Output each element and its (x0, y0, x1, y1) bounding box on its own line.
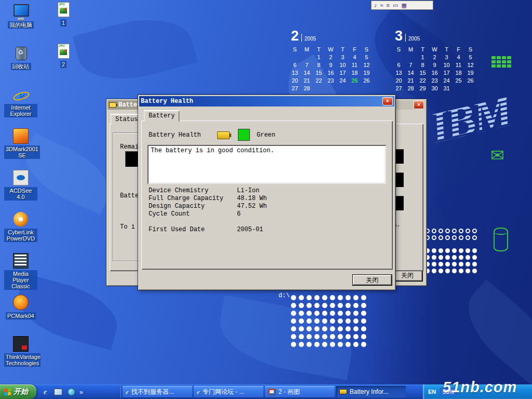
wallpaper-dot (445, 248, 450, 253)
wallpaper-dot (314, 295, 320, 300)
desktop-icon-thinkvantage[interactable]: ThinkVantage Technologies (4, 336, 37, 367)
jpg-file-icon[interactable]: 2 (51, 44, 76, 69)
calendar-day: 4 (453, 54, 464, 60)
calendar-day: 19 (361, 70, 373, 76)
calendar-day: 15 (313, 70, 325, 76)
wallpaper-dot (445, 229, 450, 233)
battery-specs: Device Chemistry Li-IonFull Charge Capac… (149, 187, 382, 234)
wallpaper-dot (330, 326, 335, 331)
dialog-title: Battery Health (141, 98, 193, 104)
wallpaper-dot (338, 318, 343, 324)
calendar-day-header: F (453, 46, 464, 52)
pcmark-icon (12, 294, 30, 311)
start-button[interactable]: 开始 (0, 384, 36, 399)
wallpaper-dot (322, 342, 327, 347)
task-label: Battery Infor... (350, 388, 389, 395)
calendar-day: 26 (361, 77, 373, 84)
show-desktop-icon[interactable] (54, 388, 63, 397)
desktop-icon-mpc[interactable]: Media Player Classic (4, 252, 37, 290)
field-row: First Used Date 2005-01 (149, 226, 382, 234)
wallpaper-dot (291, 342, 296, 347)
wallpaper-dot (299, 334, 304, 339)
calendar-day: 12 (464, 62, 476, 68)
calendar-day-header: M (405, 46, 417, 52)
desktop-icon-powerdvd[interactable]: CyberLink PowerDVD (4, 211, 37, 243)
calendar-day: 20 (289, 77, 301, 84)
taskbar: 开始 » 找不到服务器... 专门网论坛 - ... 2 - 画图 Batter… (0, 384, 532, 399)
field-row: Full Charge Capacity 48.18 Wh (149, 195, 382, 203)
desktop-icon-recycle[interactable]: 回收站 (4, 45, 37, 71)
keypad-cell (497, 64, 501, 68)
wallpaper-dot (338, 311, 343, 316)
wallpaper-dot (345, 326, 351, 331)
desktop-icon-label: 我的电脑 (8, 21, 34, 29)
calendar-day: 3 (337, 54, 349, 60)
calendar-day: 8 (313, 62, 325, 68)
file-label: 1 (60, 19, 66, 26)
wallpaper-dot (307, 303, 312, 308)
media-player-icon[interactable] (66, 388, 76, 397)
calendar-day: 1 (313, 54, 325, 60)
field-value: Li-Ion (237, 187, 259, 195)
wallpaper-dot (361, 295, 366, 300)
wallpaper-dot (345, 295, 351, 300)
taskbar-task-paint[interactable]: 2 - 画图 (265, 386, 335, 397)
titlebar[interactable]: Battery Health × (139, 96, 394, 107)
field-row: Device Chemistry Li-Ion (149, 187, 382, 195)
desktop-icon-mark3d[interactable]: 3DMark2001 SE (4, 128, 37, 159)
taskbar-task-ie[interactable]: 找不到服务器... (123, 386, 192, 397)
calendar-day-header: T (337, 46, 349, 52)
wallpaper-dot (353, 303, 358, 308)
wallpaper-dot (345, 342, 351, 347)
condition-textbox[interactable]: The battery is in good condition. (148, 145, 386, 184)
close-icon[interactable]: × (382, 97, 393, 105)
jpg-file-icon[interactable]: 1 (51, 2, 76, 27)
wallpaper-dot (353, 295, 358, 300)
desktop-icon-ie[interactable]: Internet Explorer (4, 86, 37, 118)
calendar-day: 8 (417, 62, 429, 68)
keyboard-icon[interactable]: ▦ (401, 2, 406, 9)
desktop-icon-pcmark[interactable]: PCMark04 (4, 294, 37, 320)
ie-quicklaunch-icon[interactable] (41, 388, 50, 397)
wallpaper-dot (361, 334, 366, 339)
calendar-day: 9 (325, 62, 337, 68)
wave-icon[interactable]: ≈ (380, 2, 383, 8)
calendar-day (301, 54, 313, 60)
wallpaper-dot (459, 229, 463, 233)
desktop-icon-computer[interactable]: 我的电脑 (4, 3, 37, 29)
desktop: IBM ✉ d:\ 2 2005 SMTWTFS1234567891011121… (0, 0, 532, 399)
display-icon[interactable]: ▭ (393, 2, 398, 9)
slider-icon[interactable]: ≡ (387, 2, 390, 8)
close-window-button[interactable]: 关闭 (392, 270, 423, 282)
volume-icon[interactable]: ♪ (374, 2, 377, 8)
calendar-day (464, 85, 476, 91)
chevron-icon[interactable]: » (79, 389, 83, 396)
desktop-icon-label: PCMark04 (6, 312, 36, 320)
wallpaper-dot (432, 255, 436, 260)
calendar-day: 5 (361, 54, 373, 60)
wallpaper-dot (353, 318, 358, 324)
tab-battery[interactable]: Battery (144, 110, 179, 122)
wallpaper-dot (299, 318, 304, 324)
taskbar-task-ie[interactable]: 专门网论坛 - ... (194, 386, 263, 397)
calendar-day: 25 (453, 77, 464, 84)
wallpaper-dot (291, 326, 296, 331)
calendar-day: 6 (289, 62, 301, 68)
wallpaper-dot (432, 262, 436, 267)
floating-toolbar[interactable]: ♪≈≡▭▦ (371, 1, 433, 10)
wallpaper-dot (299, 303, 304, 308)
wallpaper-dot (361, 318, 366, 324)
wallpaper-dot (472, 255, 477, 260)
battery-tray-badge[interactable]: 58% (440, 388, 457, 396)
wallpaper-dot (330, 342, 335, 347)
calendar-day: 21 (405, 77, 417, 84)
close-dialog-button[interactable]: 关闭 (352, 274, 392, 286)
desktop-icon-acdsee[interactable]: ACDSee 4.0 (4, 169, 37, 201)
language-indicator[interactable]: EN (428, 389, 436, 395)
taskbar-task-battery[interactable]: Battery Infor... (336, 386, 406, 397)
calendar-day: 28 (301, 85, 313, 91)
calendar-day (313, 85, 325, 91)
wallpaper-dot (338, 334, 343, 339)
close-icon[interactable]: × (414, 101, 424, 109)
calendar-day: 24 (337, 77, 349, 84)
